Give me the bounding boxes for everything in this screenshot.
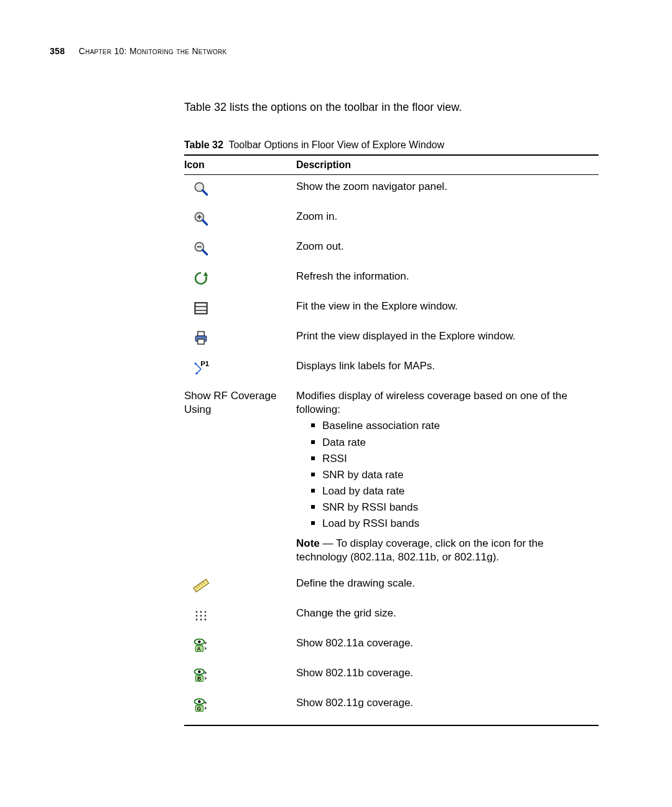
page-number: 358 (50, 46, 65, 56)
running-head-prefix: Chapter 10: (78, 46, 129, 56)
rf-coverage-label: Show RF Coverage Using (184, 389, 292, 416)
svg-point-26 (196, 611, 198, 613)
svg-line-8 (203, 250, 207, 255)
svg-point-33 (200, 619, 202, 621)
table-row: Fit the view in the Explore window. (184, 295, 599, 324)
table-row: B Show 802.11b coverage. (184, 661, 599, 691)
svg-text:A: A (197, 646, 201, 652)
table-row: Refresh the information. (184, 265, 599, 295)
list-item: SNR by RSSI bands (311, 501, 595, 514)
content-area: Table 32 lists the options on the toolba… (184, 44, 599, 726)
svg-point-36 (198, 641, 200, 643)
list-item: RSSI (311, 452, 595, 466)
rf-coverage-label-line2: Using (184, 404, 211, 415)
list-item: Data rate (311, 436, 595, 450)
table-row: G Show 802.11g coverage. (184, 691, 599, 725)
svg-point-29 (196, 615, 198, 617)
row-desc: Show 802.11a coverage. (296, 631, 599, 661)
note-text: — To display coverage, click on the icon… (296, 537, 544, 563)
svg-line-5 (203, 220, 207, 225)
row-desc: Define the drawing scale. (296, 572, 599, 602)
svg-point-31 (205, 615, 207, 617)
table-row: Show RF Coverage Using Modifies display … (184, 384, 599, 572)
column-header-icon: Icon (184, 155, 296, 175)
coverage-80211b-icon: B (190, 666, 212, 684)
ruler-icon (190, 577, 212, 594)
link-labels-icon: P1 (190, 359, 212, 377)
row-desc: Show the zoom navigator panel. (296, 175, 599, 205)
coverage-80211a-icon: A (190, 636, 212, 654)
svg-text:G: G (197, 706, 201, 712)
svg-point-48 (198, 701, 200, 703)
svg-rect-15 (198, 339, 205, 344)
row-desc: Print the view displayed in the Explore … (296, 324, 599, 354)
running-head-title: Monitoring the Network (129, 46, 227, 56)
svg-text:B: B (197, 676, 201, 682)
svg-point-34 (205, 619, 207, 621)
row-desc: Change the grid size. (296, 602, 599, 631)
row-desc: Zoom out. (296, 235, 599, 265)
zoom-out-icon (190, 240, 212, 257)
svg-rect-13 (198, 332, 205, 336)
grid-size-icon (190, 606, 212, 624)
table-caption: Table 32 Toolbar Options in Floor View o… (184, 139, 599, 151)
toolbar-options-table: Icon Description Show the (184, 154, 599, 726)
page: 358 Chapter 10: Monitoring the Network T… (0, 0, 672, 807)
coverage-80211g-icon: G (190, 696, 212, 714)
row-desc-lead: Modifies display of wireless coverage ba… (296, 389, 595, 417)
list-item: SNR by data rate (311, 468, 595, 482)
table-row: P1 Displays link labels for MAPs. (184, 354, 599, 384)
row-desc: Zoom in. (296, 205, 599, 235)
column-header-desc: Description (296, 155, 599, 175)
svg-point-42 (198, 671, 200, 673)
table-row: Show the zoom navigator panel. (184, 175, 599, 205)
svg-point-32 (196, 619, 198, 621)
table-row: A Show 802.11a coverage. (184, 631, 599, 661)
svg-text:P1: P1 (200, 361, 209, 368)
svg-marker-46 (205, 677, 207, 680)
rf-bullets: Baseline association rate Data rate RSSI… (311, 419, 595, 531)
table-row: Change the grid size. (184, 602, 599, 631)
table-caption-label: Table 32 (184, 139, 223, 150)
svg-marker-45 (205, 671, 207, 674)
refresh-icon (190, 270, 212, 287)
note-label: Note (296, 537, 320, 549)
svg-point-27 (200, 611, 202, 613)
svg-point-30 (200, 615, 202, 617)
fit-view-icon (190, 300, 212, 317)
running-head: 358 Chapter 10: Monitoring the Network (50, 46, 227, 56)
table-row: Zoom out. (184, 235, 599, 265)
zoom-navigator-icon (190, 180, 212, 197)
svg-marker-52 (205, 707, 207, 710)
table-caption-title: Toolbar Options in Floor View of Explore… (228, 139, 444, 150)
svg-marker-39 (205, 641, 207, 644)
row-desc: Show 802.11b coverage. (296, 661, 599, 691)
print-icon (190, 329, 212, 347)
svg-line-19 (197, 369, 201, 374)
list-item: Load by data rate (311, 484, 595, 498)
row-desc: Displays link labels for MAPs. (296, 354, 599, 384)
svg-rect-21 (194, 579, 209, 592)
svg-marker-9 (203, 272, 208, 276)
intro-text: Table 32 lists the options on the toolba… (184, 100, 599, 115)
table-row: Zoom in. (184, 205, 599, 235)
rf-note: Note — To display coverage, click on the… (296, 537, 595, 564)
svg-marker-51 (205, 701, 207, 704)
svg-line-1 (203, 191, 207, 195)
svg-rect-10 (195, 303, 207, 314)
table-row: Define the drawing scale. (184, 572, 599, 602)
list-item: Baseline association rate (311, 419, 595, 433)
list-item: Load by RSSI bands (311, 517, 595, 531)
rf-coverage-label-line1: Show RF Coverage (184, 390, 276, 402)
row-desc: Refresh the information. (296, 265, 599, 295)
row-desc: Show 802.11g coverage. (296, 691, 599, 725)
row-desc: Fit the view in the Explore window. (296, 295, 599, 324)
table-row: Print the view displayed in the Explore … (184, 324, 599, 354)
svg-marker-40 (205, 647, 207, 650)
zoom-in-icon (190, 210, 212, 227)
svg-point-28 (205, 611, 207, 613)
